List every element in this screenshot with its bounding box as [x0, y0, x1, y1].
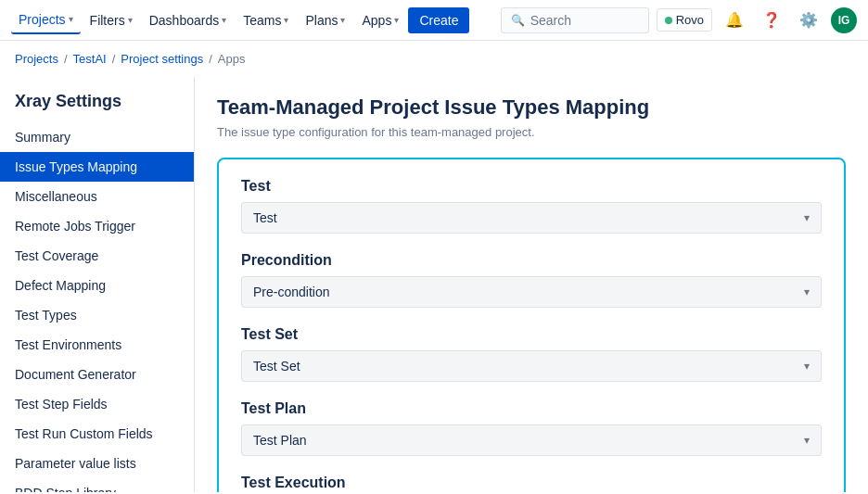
sidebar-title: Xray Settings [0, 84, 194, 122]
nav-teams[interactable]: Teams ▾ [236, 7, 296, 33]
search-icon: 🔍 [511, 14, 525, 27]
sidebar-item-test-environments[interactable]: Test Environments [0, 330, 194, 360]
sidebar-item-test-coverage[interactable]: Test Coverage [0, 241, 194, 271]
breadcrumb-projects[interactable]: Projects [15, 52, 58, 66]
sidebar-item-parameter-value-lists[interactable]: Parameter value lists [0, 449, 194, 478]
apps-chevron-icon: ▾ [394, 15, 399, 25]
sidebar-item-issue-types-mapping[interactable]: Issue Types Mapping [0, 152, 194, 182]
test-section: Test Test ▾ [241, 178, 822, 234]
page-subtitle: The issue type configuration for this te… [217, 125, 846, 139]
sidebar-item-summary[interactable]: Summary [0, 122, 194, 152]
test-dropdown[interactable]: Test ▾ [241, 202, 822, 234]
test-value: Test [253, 210, 277, 225]
main-content: Team-Managed Project Issue Types Mapping… [195, 77, 868, 492]
sidebar-item-test-types[interactable]: Test Types [0, 300, 194, 330]
rovo-badge[interactable]: Rovo [657, 8, 712, 32]
test-set-section: Test Set Test Set ▾ [241, 326, 822, 382]
test-plan-chevron-icon: ▾ [804, 434, 810, 447]
sidebar-item-bdd-step-library[interactable]: BDD Step Library [0, 478, 194, 492]
nav-projects[interactable]: Projects ▾ [11, 6, 81, 34]
breadcrumb-sep-3: / [209, 52, 212, 66]
test-plan-section: Test Plan Test Plan ▾ [241, 400, 822, 456]
page-title: Team-Managed Project Issue Types Mapping [217, 95, 846, 120]
sidebar-item-test-run-custom-fields[interactable]: Test Run Custom Fields [0, 419, 194, 449]
test-set-dropdown[interactable]: Test Set ▾ [241, 350, 822, 382]
test-chevron-icon: ▾ [804, 211, 810, 224]
dashboards-chevron-icon: ▾ [222, 15, 226, 25]
settings-button[interactable]: ⚙️ [794, 6, 823, 35]
sidebar-item-remote-jobs-trigger[interactable]: Remote Jobs Trigger [0, 211, 194, 241]
avatar[interactable]: IG [831, 7, 857, 33]
teams-chevron-icon: ▾ [284, 15, 288, 25]
precondition-dropdown[interactable]: Pre-condition ▾ [241, 276, 822, 308]
sidebar-item-test-step-fields[interactable]: Test Step Fields [0, 389, 194, 419]
test-execution-section: Test Execution Test Execution ▾ [241, 475, 822, 492]
search-placeholder: Search [530, 13, 571, 28]
breadcrumb-project-settings[interactable]: Project settings [121, 52, 203, 66]
search-box[interactable]: 🔍 Search [501, 7, 649, 33]
precondition-section: Precondition Pre-condition ▾ [241, 252, 822, 308]
issue-types-card: Test Test ▾ Precondition Pre-condition ▾… [217, 158, 846, 492]
top-navigation: Projects ▾ Filters ▾ Dashboards ▾ Teams … [0, 0, 868, 41]
breadcrumb-sep-1: / [64, 52, 68, 66]
plans-chevron-icon: ▾ [340, 15, 345, 25]
precondition-label: Precondition [241, 252, 822, 269]
test-plan-value: Test Plan [253, 433, 307, 448]
page-layout: Xray Settings Summary Issue Types Mappin… [0, 77, 868, 492]
test-set-label: Test Set [241, 326, 822, 343]
precondition-chevron-icon: ▾ [804, 285, 810, 298]
test-set-chevron-icon: ▾ [804, 360, 810, 373]
nav-filters[interactable]: Filters ▾ [83, 7, 140, 33]
help-button[interactable]: ❓ [757, 6, 786, 35]
notifications-button[interactable]: 🔔 [720, 6, 749, 35]
test-plan-label: Test Plan [241, 400, 822, 417]
breadcrumb: Projects / TestAI / Project settings / A… [0, 41, 868, 77]
breadcrumb-sep-2: / [112, 52, 116, 66]
sidebar-item-document-generator[interactable]: Document Generator [0, 360, 194, 389]
test-execution-label: Test Execution [241, 475, 822, 491]
projects-chevron-icon: ▾ [69, 14, 73, 24]
nav-apps[interactable]: Apps ▾ [354, 7, 406, 33]
rovo-status-dot [665, 17, 672, 24]
test-label: Test [241, 178, 822, 195]
nav-plans[interactable]: Plans ▾ [298, 7, 352, 33]
breadcrumb-testai[interactable]: TestAI [73, 52, 107, 66]
sidebar: Xray Settings Summary Issue Types Mappin… [0, 77, 195, 492]
filters-chevron-icon: ▾ [128, 15, 133, 25]
nav-dashboards[interactable]: Dashboards ▾ [142, 7, 235, 33]
sidebar-item-miscellaneous[interactable]: Miscellaneous [0, 182, 194, 211]
precondition-value: Pre-condition [253, 285, 330, 299]
create-button[interactable]: Create [408, 7, 469, 33]
test-set-value: Test Set [253, 359, 300, 374]
test-plan-dropdown[interactable]: Test Plan ▾ [241, 424, 822, 456]
breadcrumb-apps: Apps [218, 52, 246, 66]
sidebar-item-defect-mapping[interactable]: Defect Mapping [0, 271, 194, 300]
